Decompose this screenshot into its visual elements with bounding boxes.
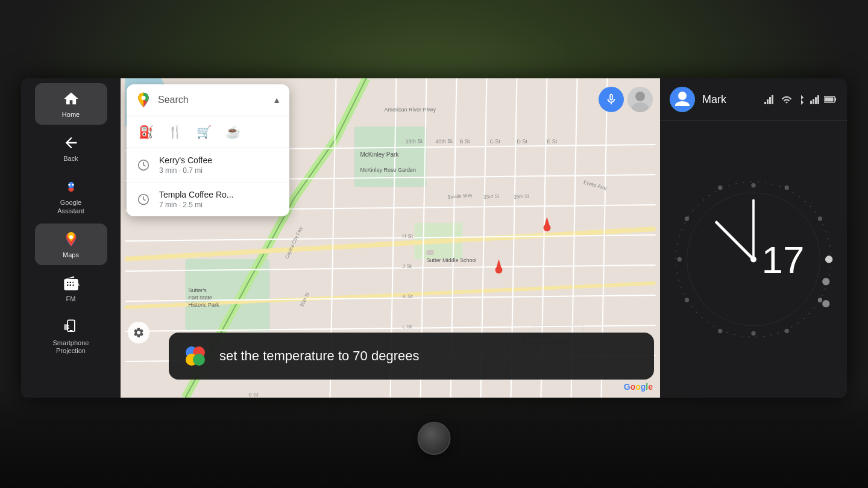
svg-point-96 <box>678 257 682 261</box>
svg-point-3 <box>72 184 74 186</box>
svg-point-97 <box>685 216 689 221</box>
volume-knob[interactable] <box>418 422 451 455</box>
svg-text:L St: L St <box>403 324 412 330</box>
svg-text:K St: K St <box>403 293 414 299</box>
svg-rect-85 <box>835 98 836 101</box>
svg-text:D St: D St <box>517 138 527 145</box>
user-header: Mark <box>660 78 847 121</box>
assistant-icon <box>61 177 81 196</box>
svg-point-88 <box>751 183 755 187</box>
svg-point-5 <box>74 284 77 287</box>
sidebar-label-back: Back <box>63 155 78 163</box>
svg-rect-82 <box>772 95 773 104</box>
svg-rect-80 <box>767 99 769 104</box>
svg-text:C St: C St <box>489 138 500 145</box>
battery-icon <box>824 95 837 104</box>
search-result-kerrys[interactable]: Kerry's Coffee 3 min · 0.7 mi <box>127 148 289 183</box>
svg-point-93 <box>751 331 755 336</box>
svg-text:J St: J St <box>403 263 412 269</box>
bluetooth-icon <box>797 94 805 105</box>
sidebar-label-home: Home <box>62 111 80 119</box>
svg-point-92 <box>785 329 789 333</box>
user-name: Mark <box>702 93 757 106</box>
voice-search-button[interactable] <box>599 87 624 112</box>
svg-text:McKinley Park: McKinley Park <box>360 151 400 158</box>
right-panel: Mark <box>660 78 847 398</box>
svg-line-70 <box>143 199 145 201</box>
assistant-logo <box>183 344 207 368</box>
search-result-templa[interactable]: Templa Coffee Ro... 7 min · 2.5 mi <box>127 183 289 216</box>
svg-text:B St: B St <box>459 138 470 145</box>
clock-icon-2 <box>136 192 151 207</box>
svg-text:40th St: 40th St <box>435 138 453 145</box>
maps-icon <box>61 230 81 249</box>
svg-point-64 <box>142 96 146 100</box>
svg-rect-79 <box>764 102 766 104</box>
svg-text:Sutter Middle School: Sutter Middle School <box>427 257 477 263</box>
svg-text:E St: E St <box>547 138 558 145</box>
sidebar-item-fm[interactable]: FM <box>35 267 107 309</box>
search-categories: ⛽ 🍴 🛒 ☕ <box>127 116 289 148</box>
svg-point-77 <box>193 354 205 366</box>
sidebar: Home Back <box>21 78 121 398</box>
result-name-templa: Templa Coffee Ro... <box>159 190 280 199</box>
svg-point-4 <box>69 235 73 239</box>
sidebar-label-maps: Maps <box>63 251 79 259</box>
user-avatar-map[interactable] <box>627 87 653 112</box>
shopping-category-icon[interactable]: 🛒 <box>194 122 213 142</box>
svg-point-100 <box>825 255 832 263</box>
sidebar-label-assistant: GoogleAssistant <box>57 199 84 214</box>
svg-text:American River Pkwy: American River Pkwy <box>385 107 436 113</box>
sidebar-item-back[interactable]: Back <box>35 127 107 169</box>
svg-point-95 <box>685 298 689 302</box>
result-info-kerrys: Kerry's Coffee 3 min · 0.7 mi <box>159 155 280 175</box>
svg-text:Historic Park: Historic Park <box>189 302 220 308</box>
assistant-prompt: set the temperature to 70 degrees <box>169 333 654 380</box>
user-avatar[interactable] <box>670 87 695 112</box>
food-category-icon[interactable]: 🍴 <box>165 122 184 142</box>
sidebar-label-fm: FM <box>66 295 76 303</box>
sidebar-item-assistant[interactable]: GoogleAssistant <box>35 171 107 221</box>
svg-rect-81 <box>769 97 771 104</box>
svg-rect-8 <box>64 324 68 330</box>
google-logo: Google <box>624 382 653 392</box>
back-icon <box>61 133 81 152</box>
svg-text:0 St: 0 St <box>249 392 259 398</box>
screen-bezel: Home Back <box>21 78 847 398</box>
search-panel: Search ▲ ⛽ 🍴 🛒 ☕ <box>127 84 289 216</box>
svg-point-94 <box>718 329 722 333</box>
coffee-category-icon[interactable]: ☕ <box>223 122 242 142</box>
cell-signal-icon <box>810 95 819 104</box>
signal-icon <box>764 95 776 104</box>
map-area: 39th St 40th St B St C St D St E St H St… <box>121 78 660 398</box>
chevron-up-icon: ▲ <box>272 95 281 105</box>
assistant-prompt-text: set the temperature to 70 degrees <box>219 348 419 364</box>
wifi-icon <box>781 95 792 104</box>
svg-point-72 <box>635 92 645 101</box>
svg-line-67 <box>143 165 145 166</box>
status-icons <box>764 94 837 105</box>
svg-text:39th St: 39th St <box>405 138 423 145</box>
sidebar-item-smartphone-projection[interactable]: SmartphoneProjection <box>35 311 107 361</box>
svg-point-89 <box>818 216 822 221</box>
analog-clock: 17 <box>672 133 835 386</box>
clock-icon-1 <box>136 158 151 172</box>
screen-content: Home Back <box>21 78 847 398</box>
fm-icon <box>61 274 81 293</box>
result-detail-templa: 7 min · 2.5 mi <box>159 201 280 209</box>
result-name-kerrys: Kerry's Coffee <box>159 155 280 165</box>
svg-point-101 <box>822 278 829 285</box>
svg-text:H St: H St <box>403 233 414 239</box>
search-bar[interactable]: Search ▲ <box>127 84 289 116</box>
svg-rect-84 <box>825 98 834 102</box>
sidebar-item-home[interactable]: Home <box>35 83 107 125</box>
svg-point-102 <box>822 300 829 307</box>
sidebar-item-maps[interactable]: Maps <box>35 224 107 265</box>
gas-category-icon[interactable]: ⛽ <box>136 122 156 142</box>
svg-point-91 <box>818 298 822 302</box>
smartphone-projection-icon <box>61 318 81 337</box>
settings-button[interactable] <box>128 322 149 343</box>
svg-text:Sutter's: Sutter's <box>189 287 207 293</box>
home-icon <box>61 89 81 108</box>
sidebar-label-smartphone-projection: SmartphoneProjection <box>53 339 89 355</box>
